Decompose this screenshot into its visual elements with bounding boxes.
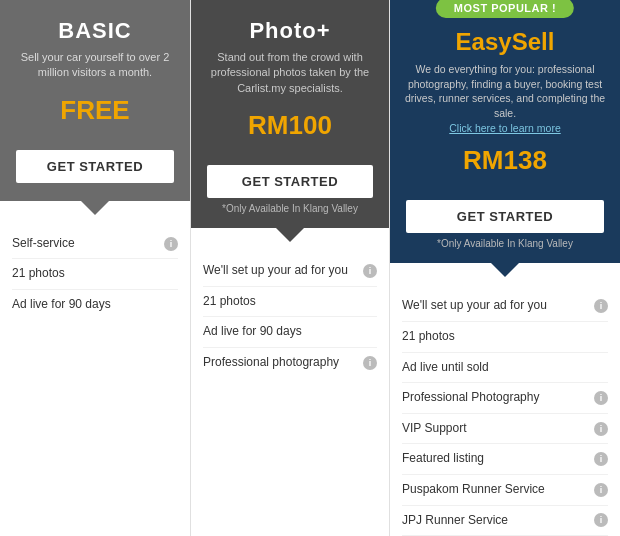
feature-label: 21 photos <box>12 266 178 282</box>
info-icon[interactable]: i <box>594 422 608 436</box>
feature-item: 21 photos <box>12 259 178 290</box>
basic-cta-area: GET STARTED <box>0 140 190 201</box>
photo-desc: Stand out from the crowd with profession… <box>203 50 377 96</box>
basic-cta-button[interactable]: GET STARTED <box>16 150 174 183</box>
basic-arrow <box>81 201 109 215</box>
easysell-cta-area: GET STARTED *Only Available In Klang Val… <box>390 190 620 263</box>
info-icon[interactable]: i <box>594 483 608 497</box>
feature-label: JPJ Runner Service <box>402 513 588 529</box>
basic-features: Self-servicei21 photosAd live for 90 day… <box>0 215 190 536</box>
feature-label: Puspakom Runner Service <box>402 482 588 498</box>
easysell-header: EasySell We do everything for you: profe… <box>390 0 620 190</box>
photo-cta-area: GET STARTED *Only Available In Klang Val… <box>191 155 389 228</box>
basic-price: FREE <box>12 95 178 126</box>
photo-cta-button[interactable]: GET STARTED <box>207 165 373 198</box>
feature-label: VIP Support <box>402 421 588 437</box>
feature-label: We'll set up your ad for you <box>402 298 588 314</box>
feature-item: Professional Photographyi <box>402 383 608 414</box>
info-icon[interactable]: i <box>164 237 178 251</box>
feature-label: We'll set up your ad for you <box>203 263 357 279</box>
easysell-cta-button[interactable]: GET STARTED <box>406 200 604 233</box>
plan-basic: BASIC Sell your car yourself to over 2 m… <box>0 0 190 536</box>
feature-item: Ad live for 90 days <box>12 290 178 320</box>
easysell-note: *Only Available In Klang Valley <box>406 238 604 257</box>
easysell-desc: We do everything for you: professional p… <box>402 62 608 135</box>
feature-label: Self-service <box>12 236 158 252</box>
photo-features: We'll set up your ad for youi21 photosAd… <box>191 242 389 536</box>
feature-item: Puspakom Runner Servicei <box>402 475 608 506</box>
info-icon[interactable]: i <box>594 299 608 313</box>
photo-title: Photo+ <box>203 18 377 44</box>
info-icon[interactable]: i <box>363 356 377 370</box>
pricing-container: BASIC Sell your car yourself to over 2 m… <box>0 0 620 536</box>
plan-easysell: MOST POPULAR ! EasySell We do everything… <box>390 0 620 536</box>
feature-item: We'll set up your ad for youi <box>402 291 608 322</box>
feature-item: Ad live for 90 days <box>203 317 377 348</box>
easysell-features: We'll set up your ad for youi21 photosAd… <box>390 277 620 536</box>
basic-desc: Sell your car yourself to over 2 million… <box>12 50 178 81</box>
easysell-desc-text: We do everything for you: professional p… <box>405 63 605 119</box>
basic-title: BASIC <box>12 18 178 44</box>
info-icon[interactable]: i <box>594 452 608 466</box>
easysell-price: RM138 <box>402 145 608 176</box>
easysell-desc-link[interactable]: Click here to learn more <box>449 122 560 134</box>
feature-label: Professional Photography <box>402 390 588 406</box>
easysell-title: EasySell <box>402 28 608 56</box>
feature-item: Self-servicei <box>12 229 178 260</box>
feature-item: We'll set up your ad for youi <box>203 256 377 287</box>
feature-label: Featured listing <box>402 451 588 467</box>
most-popular-badge: MOST POPULAR ! <box>436 0 574 18</box>
feature-item: JPJ Runner Servicei <box>402 506 608 536</box>
feature-label: Ad live for 90 days <box>12 297 178 313</box>
feature-item: Featured listingi <box>402 444 608 475</box>
easysell-title-prefix: Easy <box>456 28 512 55</box>
feature-item: 21 photos <box>402 322 608 353</box>
feature-item: Ad live until sold <box>402 353 608 384</box>
basic-header: BASIC Sell your car yourself to over 2 m… <box>0 0 190 140</box>
info-icon[interactable]: i <box>594 391 608 405</box>
feature-item: Professional photographyi <box>203 348 377 378</box>
feature-label: Professional photography <box>203 355 357 371</box>
easysell-title-suffix: Sell <box>512 28 555 55</box>
feature-label: 21 photos <box>203 294 377 310</box>
photo-price: RM100 <box>203 110 377 141</box>
photo-note: *Only Available In Klang Valley <box>207 203 373 222</box>
info-icon[interactable]: i <box>363 264 377 278</box>
info-icon[interactable]: i <box>594 513 608 527</box>
feature-item: 21 photos <box>203 287 377 318</box>
feature-item: VIP Supporti <box>402 414 608 445</box>
feature-label: Ad live until sold <box>402 360 608 376</box>
feature-label: 21 photos <box>402 329 608 345</box>
feature-label: Ad live for 90 days <box>203 324 377 340</box>
photo-arrow <box>276 228 304 242</box>
easysell-arrow <box>491 263 519 277</box>
plan-photo: Photo+ Stand out from the crowd with pro… <box>190 0 390 536</box>
photo-header: Photo+ Stand out from the crowd with pro… <box>191 0 389 155</box>
